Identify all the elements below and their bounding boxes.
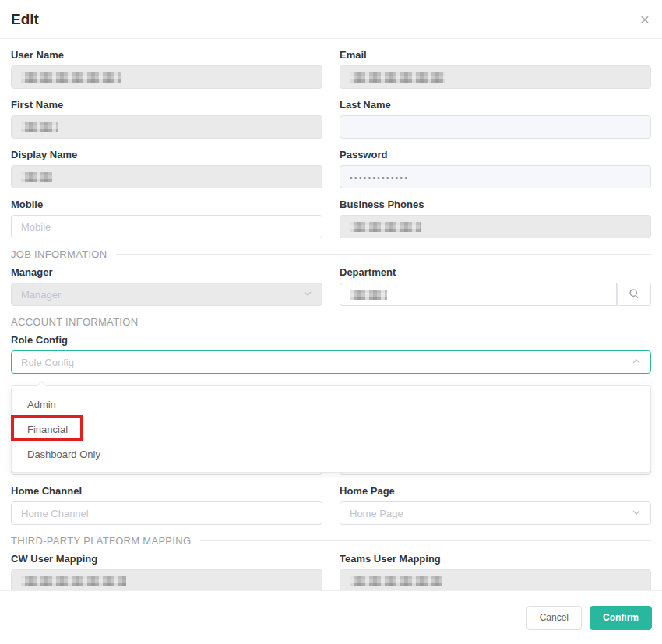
home-channel-field-group: Home Channel [11, 485, 322, 525]
confirm-button[interactable]: Confirm [590, 606, 652, 630]
teams-user-mapping-field-group: Teams User Mapping [340, 553, 651, 593]
manager-placeholder: Manager [21, 289, 61, 301]
password-field-group: Password ••••••••••••• [340, 149, 651, 188]
section-divider [116, 254, 651, 255]
redacted-value [21, 172, 52, 182]
redacted-value [21, 576, 126, 586]
role-config-select[interactable]: Role Config [11, 350, 651, 374]
user-name-label: User Name [11, 49, 322, 61]
display-name-input [11, 165, 322, 188]
first-name-label: First Name [11, 99, 322, 111]
cw-user-mapping-field-group: CW User Mapping [11, 553, 322, 593]
section-divider [147, 322, 651, 322]
cw-user-mapping-label: CW User Mapping [11, 553, 322, 565]
department-search-button[interactable] [617, 283, 651, 306]
chevron-down-icon [632, 508, 641, 519]
role-config-label: Role Config [11, 334, 651, 346]
dropdown-option-financial[interactable]: Financial [12, 417, 650, 442]
display-name-field-group: Display Name [11, 149, 322, 188]
section-title: ACCOUNT INFORMATION [11, 316, 138, 328]
dropdown-option-dashboard-only[interactable]: Dashboard Only [12, 442, 650, 467]
cancel-button[interactable]: Cancel [526, 606, 582, 630]
manager-field-group: Manager Manager [11, 266, 322, 306]
redacted-value [350, 72, 445, 83]
section-title: THIRD-PARTY PLATFORM MAPPING [11, 535, 191, 547]
display-name-label: Display Name [11, 149, 322, 160]
search-icon [629, 288, 639, 301]
department-input[interactable] [340, 283, 617, 306]
home-page-select[interactable]: Home Page [340, 501, 651, 525]
home-channel-label: Home Channel [11, 485, 322, 497]
business-phones-label: Business Phones [340, 199, 651, 210]
business-phones-field-group: Business Phones [340, 199, 651, 238]
home-page-placeholder: Home Page [350, 508, 403, 519]
cw-user-mapping-input [11, 569, 322, 593]
redacted-value [350, 290, 387, 300]
first-name-input [11, 115, 322, 139]
email-label: Email [340, 49, 651, 61]
edit-form: User Name Email First Name Last Name Dis… [0, 39, 662, 593]
teams-user-mapping-label: Teams User Mapping [340, 553, 651, 565]
third-party-section-header: THIRD-PARTY PLATFORM MAPPING [11, 535, 651, 547]
dropdown-notch [37, 381, 47, 391]
mobile-label: Mobile [11, 199, 322, 210]
modal-header: Edit × [0, 0, 662, 39]
redacted-value [21, 72, 121, 83]
home-channel-input[interactable] [11, 501, 322, 525]
last-name-label: Last Name [340, 99, 651, 111]
home-page-label: Home Page [340, 485, 651, 497]
manager-label: Manager [11, 266, 322, 278]
last-name-field-group: Last Name [340, 99, 651, 139]
close-icon[interactable]: × [640, 11, 650, 27]
manager-select: Manager [11, 283, 322, 306]
department-field-group: Department [340, 266, 651, 306]
password-label: Password [340, 149, 651, 160]
department-label: Department [340, 266, 651, 278]
page-title: Edit [11, 11, 39, 28]
section-title: JOB INFORMATION [11, 248, 107, 260]
email-input [340, 65, 651, 89]
password-input[interactable]: ••••••••••••• [340, 165, 651, 188]
redacted-value [350, 222, 421, 232]
modal-footer: Cancel Confirm [0, 590, 662, 644]
role-config-placeholder: Role Config [21, 357, 74, 368]
first-name-field-group: First Name [11, 99, 322, 139]
role-config-dropdown: Admin Financial Dashboard Only [11, 385, 651, 473]
role-config-field-group: Role Config Role Config Admin Financial … [11, 334, 651, 475]
dropdown-option-admin[interactable]: Admin [12, 392, 650, 417]
redacted-value [350, 576, 442, 586]
redacted-value [21, 122, 58, 132]
business-phones-input [340, 215, 651, 238]
chevron-up-icon [632, 357, 641, 368]
mobile-field-group: Mobile [11, 199, 322, 238]
section-divider [200, 540, 651, 541]
user-name-input [11, 65, 322, 89]
masked-password-value: ••••••••••••• [350, 173, 409, 182]
home-page-field-group: Home Page Home Page [340, 485, 651, 525]
chevron-down-icon [303, 289, 312, 301]
user-name-field-group: User Name [11, 49, 322, 89]
mobile-input[interactable] [11, 215, 322, 238]
last-name-input[interactable] [340, 115, 651, 139]
account-information-section-header: ACCOUNT INFORMATION [11, 316, 651, 328]
job-information-section-header: JOB INFORMATION [11, 248, 651, 260]
teams-user-mapping-input [340, 569, 651, 593]
email-field-group: Email [340, 49, 651, 89]
